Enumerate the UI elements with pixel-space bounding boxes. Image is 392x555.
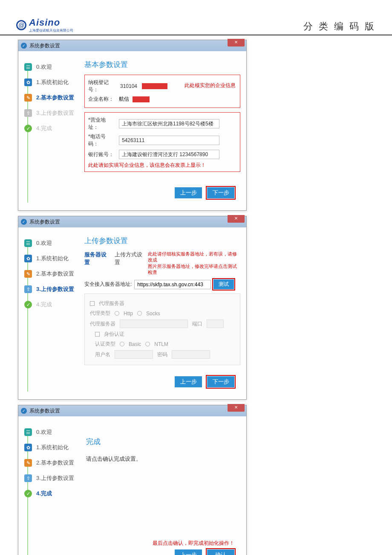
finish-title: 完成 — [86, 437, 240, 447]
stepper-line — [27, 243, 28, 392]
bank-input[interactable] — [119, 150, 219, 159]
window-title: 系统参数设置 — [29, 407, 60, 415]
logo-name: Aisino — [29, 17, 73, 28]
content-finish: 完成 请点击确认完成设置。 最后点击确认，即完成初始化操作！ 上一步 确认 — [80, 416, 246, 555]
proxy-server-label: 代理服务器 — [90, 320, 115, 328]
tel-input[interactable] — [119, 136, 219, 145]
content-upload: 上传参数设置 服务器设置 上传方式设置 此处请仔细核实服务器地址，若有误，请修改… — [80, 227, 246, 399]
step-upload[interactable]: 3.上传参数设置 — [36, 474, 74, 482]
app-icon: ✓ — [21, 43, 27, 49]
stepper-line — [27, 67, 28, 203]
redacted — [142, 83, 167, 89]
bank-label: 银行账号： — [88, 151, 115, 158]
company-note: 此处核实您的企业信息 — [184, 82, 236, 89]
proxy-server-input — [120, 320, 188, 328]
window-title: 系统参数设置 — [29, 42, 60, 49]
server-input[interactable] — [134, 280, 211, 289]
stepper: ☰0.欢迎 ✿1.系统初始化 ✎2.基本参数设置 ⇧3.上传参数设置 ✓4.完成 — [18, 51, 80, 210]
step-init[interactable]: 1.系统初始化 — [36, 444, 69, 451]
server-warning: 此处请仔细核实服务器地址，若有误，请修改成 图片所示服务器地址，修改完毕请点击测… — [148, 251, 240, 275]
user-icon: ✎ — [24, 459, 32, 467]
step-basic[interactable]: 2.基本参数设置 — [36, 94, 74, 102]
pwd-label: 密码 — [157, 351, 167, 358]
prev-button[interactable]: 上一步 — [175, 187, 202, 198]
upload-icon: ⇧ — [24, 109, 32, 117]
finish-message: 请点击确认完成设置。 — [86, 455, 240, 463]
auth-checkbox — [95, 332, 100, 337]
tel-label: *电话号码： — [88, 133, 115, 148]
upload-icon: ⇧ — [24, 285, 32, 293]
step-upload: 3.上传参数设置 — [36, 109, 74, 117]
auth-label: 身份认证 — [104, 331, 124, 338]
step-finish[interactable]: 4.完成 — [36, 490, 52, 497]
dialog-basic-params: ✓ 系统参数设置 × ☰0.欢迎 ✿1.系统初始化 ✎2.基本参数设置 ⇧3.上… — [18, 40, 247, 211]
company-value: 航信 — [119, 96, 129, 103]
page-title: 分 类 编 码 版 — [303, 20, 376, 33]
close-button[interactable]: × — [228, 39, 245, 46]
stepper: ☰0.欢迎 ✿1.系统初始化 ✎2.基本参数设置 ⇧3.上传参数设置 ✓4.完成 — [18, 416, 80, 555]
step-finish: 4.完成 — [36, 301, 52, 308]
check-icon: ✓ — [24, 301, 32, 308]
gear-icon: ✿ — [24, 255, 32, 262]
detail-box: *营业地址： *电话号码： 银行账号： 此处请如实填写企业信息，该信息会在发票上… — [84, 112, 240, 172]
step-basic[interactable]: 2.基本参数设置 — [36, 459, 74, 467]
step-icon: ☰ — [24, 428, 32, 436]
step-welcome[interactable]: 0.欢迎 — [36, 63, 52, 71]
port-label: 端口 — [192, 320, 202, 328]
step-basic[interactable]: 2.基本参数设置 — [36, 270, 74, 278]
company-info-box: 纳税登记号： 310104 此处核实您的企业信息 企业名称： 航信 — [84, 75, 240, 108]
gear-icon: ✿ — [24, 444, 32, 451]
gear-icon: ✿ — [24, 78, 32, 86]
proxy-label: 代理服务器 — [99, 300, 124, 307]
app-icon: ✓ — [21, 408, 27, 414]
proxy-box: 代理服务器 代理类型 Http Socks 代理服务器端口 身份认证 认证类型 … — [84, 293, 240, 365]
logo: @ Aisino 上海爱信诺航天信息有限公司 — [16, 17, 73, 33]
socks-radio — [137, 311, 142, 316]
close-button[interactable]: × — [228, 404, 245, 412]
next-button[interactable]: 下一步 — [207, 187, 234, 198]
step-welcome[interactable]: 0.欢迎 — [36, 428, 52, 436]
prev-button[interactable]: 上一步 — [175, 549, 202, 555]
tax-label: 纳税登记号： — [88, 79, 115, 93]
ntlm-radio — [145, 342, 150, 346]
finish-note: 最后点击确认，即完成初始化操作！ — [84, 540, 240, 547]
tab-upload-mode[interactable]: 上传方式设置 — [115, 251, 146, 266]
step-welcome[interactable]: 0.欢迎 — [36, 239, 52, 247]
section-title: 上传参数设置 — [84, 236, 240, 246]
confirm-button[interactable]: 确认 — [207, 549, 234, 555]
user-label: 用户名 — [95, 351, 110, 358]
check-icon: ✓ — [24, 125, 32, 132]
step-init[interactable]: 1.系统初始化 — [36, 78, 69, 86]
tax-value: 310104 — [119, 83, 138, 90]
next-button[interactable]: 下一步 — [207, 376, 234, 387]
user-icon: ✎ — [24, 270, 32, 278]
tab-server[interactable]: 服务器设置 — [84, 251, 110, 266]
step-icon: ☰ — [24, 63, 32, 71]
titlebar: ✓ 系统参数设置 × — [18, 405, 246, 416]
dialog-finish: ✓ 系统参数设置 × ☰0.欢迎 ✿1.系统初始化 ✎2.基本参数设置 ⇧3.上… — [18, 405, 247, 555]
proxy-checkbox[interactable] — [90, 301, 95, 306]
addr-input[interactable] — [119, 119, 219, 128]
detail-note: 此处请如实填写企业信息，该信息会在发票上显示！ — [88, 162, 236, 169]
close-button[interactable]: × — [228, 215, 245, 223]
step-upload[interactable]: 3.上传参数设置 — [36, 285, 74, 293]
step-init[interactable]: 1.系统初始化 — [36, 255, 69, 262]
test-button[interactable]: 测试 — [213, 279, 234, 289]
stepper: ☰0.欢迎 ✿1.系统初始化 ✎2.基本参数设置 ⇧3.上传参数设置 ✓4.完成 — [18, 227, 80, 399]
titlebar: ✓ 系统参数设置 × — [18, 40, 246, 51]
user-icon: ✎ — [24, 94, 32, 102]
upload-icon: ⇧ — [24, 474, 32, 482]
window-title: 系统参数设置 — [29, 218, 60, 226]
http-radio — [115, 311, 119, 316]
page-header: @ Aisino 上海爱信诺航天信息有限公司 分 类 编 码 版 — [0, 0, 392, 35]
check-icon: ✓ — [24, 490, 32, 497]
titlebar: ✓ 系统参数设置 × — [18, 216, 246, 227]
auth-type-label: 认证类型 — [95, 340, 115, 348]
port-input — [207, 320, 224, 328]
addr-label: *营业地址： — [88, 116, 115, 131]
prev-button[interactable]: 上一步 — [175, 376, 202, 387]
app-icon: ✓ — [21, 219, 27, 225]
basic-radio — [120, 342, 124, 346]
server-label: 安全接入服务器地址: — [84, 281, 132, 288]
logo-subtitle: 上海爱信诺航天信息有限公司 — [29, 28, 73, 33]
